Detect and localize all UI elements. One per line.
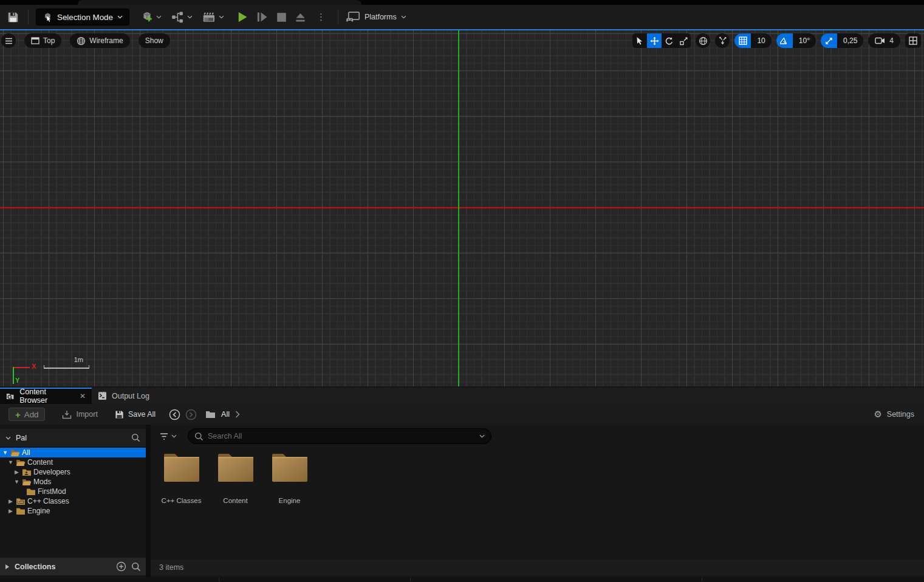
tree-item-mods[interactable]: ▼ Mods bbox=[0, 477, 146, 487]
expand-arrow-icon[interactable]: ▼ bbox=[2, 450, 9, 456]
tab-output-log[interactable]: Output Log bbox=[92, 388, 156, 404]
add-actor-cube-icon bbox=[140, 10, 154, 24]
scale-icon bbox=[679, 36, 688, 46]
camera-speed-control[interactable]: 4 bbox=[868, 33, 900, 48]
asset-view-status-bar: 3 items bbox=[151, 560, 924, 575]
add-button[interactable]: + Add bbox=[9, 408, 45, 421]
scale-snap-control[interactable]: 0,25 bbox=[821, 33, 863, 48]
sources-panel: Pal ▼ All ▼ bbox=[0, 425, 146, 577]
folder-tile-cpp-classes[interactable]: C++ Classes bbox=[154, 451, 208, 504]
world-axis-y-line bbox=[458, 30, 459, 386]
viewport-type-icon bbox=[31, 37, 39, 44]
add-collection-icon[interactable] bbox=[116, 561, 126, 572]
asset-search-box[interactable] bbox=[188, 428, 491, 444]
chevron-down-icon bbox=[401, 15, 406, 19]
view-mode-label: Top bbox=[43, 36, 55, 45]
expand-arrow-icon[interactable]: ▼ bbox=[7, 459, 14, 465]
cursor-icon bbox=[636, 36, 643, 45]
divider bbox=[338, 10, 338, 24]
search-icon[interactable] bbox=[131, 562, 141, 572]
collapse-arrow-icon[interactable]: ▶ bbox=[13, 469, 20, 475]
chevron-down-icon bbox=[187, 15, 193, 19]
viewport-shading-button[interactable]: Wireframe bbox=[70, 33, 129, 48]
move-tool-button[interactable] bbox=[647, 33, 662, 48]
chevron-down-icon[interactable] bbox=[479, 434, 485, 438]
viewport-view-mode-button[interactable]: Top bbox=[24, 33, 61, 48]
selection-mode-dropdown[interactable]: Selection Mode bbox=[36, 9, 129, 26]
asset-search-input[interactable] bbox=[208, 432, 475, 440]
breadcrumb: All bbox=[205, 410, 240, 419]
back-button[interactable] bbox=[169, 409, 180, 420]
save-level-button[interactable] bbox=[5, 12, 21, 23]
cinematics-clapperboard-icon bbox=[202, 11, 216, 23]
tree-item-cpp-classes[interactable]: ▶ C++ C++ Classes bbox=[0, 496, 146, 506]
folder-label: C++ Classes bbox=[162, 497, 202, 504]
panel-splitter[interactable] bbox=[146, 425, 151, 577]
viewport-options-menu[interactable] bbox=[1, 33, 16, 48]
add-label: Add bbox=[24, 410, 39, 419]
level-viewport[interactable]: Top Wireframe Show bbox=[0, 29, 924, 386]
play-button[interactable] bbox=[236, 11, 248, 23]
collapse-arrow-icon[interactable]: ▶ bbox=[7, 498, 14, 504]
tree-item-developers[interactable]: ▶ Developers bbox=[0, 467, 146, 477]
eject-button[interactable] bbox=[295, 12, 306, 22]
tab-content-browser[interactable]: Content Browser ✕ bbox=[0, 388, 92, 404]
play-icon bbox=[236, 11, 248, 23]
divider bbox=[219, 578, 219, 581]
folder-open-icon bbox=[10, 449, 20, 457]
frame-skip-button[interactable] bbox=[256, 12, 269, 22]
add-actor-dropdown[interactable] bbox=[140, 10, 162, 24]
titlebar bbox=[0, 0, 924, 5]
folder-developers-icon bbox=[22, 468, 32, 476]
surface-snapping-button[interactable] bbox=[715, 33, 730, 48]
viewport-show-button[interactable]: Show bbox=[139, 33, 170, 48]
rotation-snap-control[interactable]: 10° bbox=[776, 33, 816, 48]
scale-snap-value[interactable]: 0,25 bbox=[837, 33, 863, 48]
sources-filter-header[interactable]: Pal bbox=[0, 429, 146, 447]
folder-open-icon bbox=[16, 459, 26, 467]
scale-bar-line bbox=[44, 368, 89, 369]
platforms-dropdown[interactable]: Platforms bbox=[346, 11, 406, 23]
window-bottom-strip bbox=[0, 577, 924, 582]
play-options-kebab[interactable]: ⋮ bbox=[317, 12, 326, 22]
camera-speed-value: 4 bbox=[889, 36, 894, 45]
folder-tile-content[interactable]: Content bbox=[208, 451, 262, 504]
select-tool-button[interactable] bbox=[632, 33, 647, 48]
viewport-toolbar-left: Top Wireframe Show bbox=[1, 33, 170, 48]
cinematics-dropdown[interactable] bbox=[202, 11, 224, 23]
rotation-snap-value[interactable]: 10° bbox=[793, 33, 816, 48]
collapse-arrow-icon[interactable]: ▶ bbox=[7, 508, 14, 514]
rotate-icon bbox=[665, 36, 674, 46]
hamburger-icon bbox=[5, 38, 13, 44]
grid-snap-value[interactable]: 10 bbox=[751, 33, 771, 48]
world-local-space-button[interactable] bbox=[696, 33, 710, 48]
svg-text:C++: C++ bbox=[18, 501, 24, 504]
tree-item-all[interactable]: ▼ All bbox=[0, 448, 146, 457]
filters-dropdown[interactable] bbox=[159, 433, 177, 440]
world-axis-x-line bbox=[0, 207, 924, 208]
breadcrumb-root[interactable]: All bbox=[221, 410, 230, 419]
tab-close-icon[interactable]: ✕ bbox=[80, 392, 86, 400]
scale-tool-button[interactable] bbox=[676, 33, 691, 48]
tree-item-content[interactable]: ▼ Content bbox=[0, 457, 146, 467]
folder-tile-engine[interactable]: Engine bbox=[262, 451, 317, 504]
blueprints-dropdown[interactable] bbox=[171, 11, 193, 23]
import-button[interactable]: Import bbox=[62, 410, 97, 419]
viewport-scale-bar: 1m bbox=[44, 360, 89, 369]
tree-item-label: Engine bbox=[27, 507, 50, 515]
stop-button[interactable] bbox=[276, 12, 287, 22]
folder-icon bbox=[205, 410, 216, 419]
rotate-tool-button[interactable] bbox=[662, 33, 676, 48]
search-icon[interactable] bbox=[131, 433, 140, 442]
forward-button[interactable] bbox=[185, 409, 197, 420]
settings-label: Settings bbox=[887, 410, 914, 419]
scale-snap-icon bbox=[821, 33, 837, 48]
settings-button[interactable]: ⚙ Settings bbox=[874, 409, 914, 420]
tree-item-engine[interactable]: ▶ Engine bbox=[0, 506, 146, 516]
collections-header[interactable]: Collections bbox=[0, 558, 146, 575]
save-all-button[interactable]: Save All bbox=[115, 410, 156, 419]
tree-item-firstmod[interactable]: FirstMod bbox=[0, 487, 146, 496]
expand-arrow-icon[interactable]: ▼ bbox=[13, 479, 20, 485]
quad-view-button[interactable] bbox=[905, 33, 921, 48]
grid-snap-control[interactable]: 10 bbox=[734, 33, 771, 48]
